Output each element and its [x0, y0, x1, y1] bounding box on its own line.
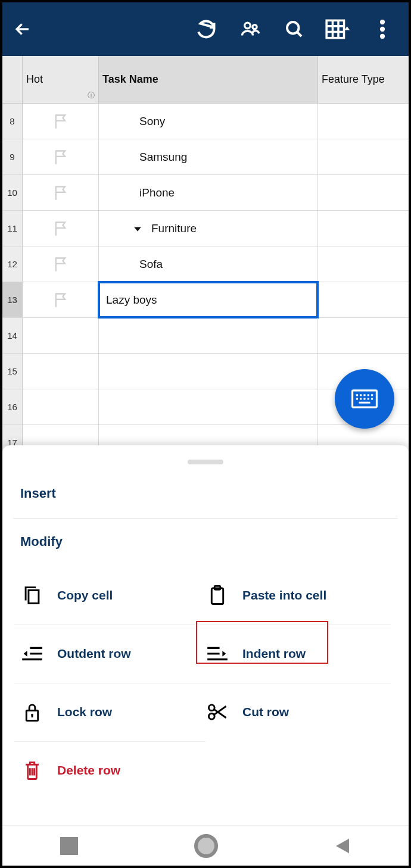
cell-hot[interactable]	[23, 104, 99, 139]
action-cut-row[interactable]: Cut row	[206, 683, 391, 741]
table-row[interactable]: 14	[2, 318, 409, 354]
cell-feature-type[interactable]	[318, 282, 409, 317]
row-number[interactable]: 15	[2, 354, 23, 389]
task-name-text: Lazy boys	[106, 294, 157, 307]
table-row[interactable]: 11Furniture	[2, 211, 409, 246]
cell-hot[interactable]	[23, 354, 99, 389]
table-row[interactable]: 8Sony	[2, 104, 409, 139]
cell-task-name[interactable]	[99, 354, 318, 389]
caret-down-icon	[133, 226, 142, 232]
column-header-task-label: Task Name	[102, 73, 158, 86]
arrow-left-icon	[13, 19, 33, 39]
more-vert-icon	[379, 20, 385, 39]
cell-task-name[interactable]	[99, 318, 318, 353]
section-modify: Modify	[2, 519, 409, 566]
table-row[interactable]: 12Sofa	[2, 246, 409, 282]
overflow-button[interactable]	[365, 11, 400, 47]
cell-feature-type[interactable]	[318, 175, 409, 210]
column-header-row: Hot ⓘ Task Name Feature Type	[2, 56, 409, 104]
column-header-task[interactable]: Task Name	[99, 56, 318, 103]
action-indent-row[interactable]: Indent row	[206, 625, 391, 683]
svg-rect-3	[326, 20, 344, 38]
cell-feature-type[interactable]	[318, 139, 409, 174]
cell-hot[interactable]	[23, 175, 99, 210]
grid-view-icon	[325, 18, 351, 40]
task-name-text: Furniture	[151, 222, 197, 235]
svg-rect-8	[29, 591, 39, 604]
view-button[interactable]	[320, 11, 356, 47]
share-button[interactable]	[232, 11, 268, 47]
section-insert-label: Insert	[20, 486, 56, 501]
action-lock-row[interactable]: Lock row	[20, 683, 206, 741]
search-icon	[284, 18, 305, 40]
back-button[interactable]	[11, 17, 35, 41]
column-header-hot[interactable]: Hot ⓘ	[23, 56, 99, 103]
flag-icon	[53, 292, 68, 308]
cell-feature-type[interactable]	[318, 318, 409, 353]
svg-point-0	[245, 23, 251, 29]
action-copy-label: Copy cell	[57, 588, 113, 602]
nav-recents[interactable]	[60, 837, 78, 855]
action-paste-cell[interactable]: Paste into cell	[206, 566, 391, 625]
svg-point-6	[381, 35, 385, 39]
action-delete-row[interactable]: Delete row	[20, 741, 206, 800]
indent-icon	[207, 645, 228, 662]
trash-icon	[23, 760, 41, 780]
column-header-feature[interactable]: Feature Type	[318, 56, 409, 103]
svg-rect-9	[211, 588, 223, 604]
action-outdent-row[interactable]: Outdent row	[20, 625, 206, 683]
row-number[interactable]: 13	[2, 282, 23, 317]
people-icon	[239, 18, 261, 40]
table-row[interactable]: 10iPhone	[2, 175, 409, 211]
row-number[interactable]: 11	[2, 211, 23, 246]
keyboard-icon	[351, 389, 378, 408]
cell-task-name[interactable]: Lazy boys	[99, 282, 318, 317]
column-header-feature-label: Feature Type	[322, 73, 385, 86]
cell-feature-type[interactable]	[318, 104, 409, 139]
row-number[interactable]: 9	[2, 139, 23, 174]
cell-hot[interactable]	[23, 318, 99, 353]
cell-task-name[interactable]: Sofa	[99, 246, 318, 282]
cell-hot[interactable]	[23, 389, 99, 424]
flag-icon	[53, 149, 68, 166]
row-number[interactable]: 14	[2, 318, 23, 353]
cell-task-name[interactable]: Sony	[99, 104, 318, 139]
cell-hot[interactable]	[23, 211, 99, 246]
cell-task-name[interactable]: iPhone	[99, 175, 318, 210]
nav-home[interactable]	[194, 834, 218, 858]
action-copy-cell[interactable]: Copy cell	[20, 566, 206, 625]
cell-hot[interactable]	[23, 139, 99, 174]
action-lock-label: Lock row	[57, 705, 112, 719]
cell-task-name[interactable]	[99, 389, 318, 424]
row-number[interactable]: 12	[2, 246, 23, 282]
action-paste-label: Paste into cell	[242, 588, 326, 602]
action-cut-label: Cut row	[242, 705, 289, 719]
row-number[interactable]: 8	[2, 104, 23, 139]
outdent-icon	[21, 645, 43, 662]
action-indent-label: Indent row	[242, 647, 306, 661]
flag-icon	[53, 113, 68, 130]
flag-icon	[53, 220, 68, 237]
row-number[interactable]: 16	[2, 389, 23, 424]
cell-task-name[interactable]: Samsung	[99, 139, 318, 174]
section-insert[interactable]: Insert	[2, 481, 409, 518]
drag-handle[interactable]	[188, 460, 223, 464]
table-row[interactable]: 9Samsung	[2, 139, 409, 175]
section-modify-label: Modify	[20, 534, 63, 549]
row-number-header	[2, 56, 23, 103]
search-button[interactable]	[276, 11, 312, 47]
svg-point-1	[253, 25, 257, 29]
table-row[interactable]: 13Lazy boys	[2, 282, 409, 318]
row-number[interactable]: 10	[2, 175, 23, 210]
cell-task-name[interactable]: Furniture	[99, 211, 318, 246]
refresh-button[interactable]	[188, 11, 224, 47]
nav-back[interactable]	[334, 837, 351, 855]
info-icon: ⓘ	[88, 90, 95, 101]
cell-feature-type[interactable]	[318, 211, 409, 246]
cell-hot[interactable]	[23, 246, 99, 282]
action-delete-label: Delete row	[57, 763, 120, 778]
cell-hot[interactable]	[23, 282, 99, 317]
keyboard-fab[interactable]	[335, 369, 394, 429]
copy-icon	[23, 585, 41, 605]
cell-feature-type[interactable]	[318, 246, 409, 282]
